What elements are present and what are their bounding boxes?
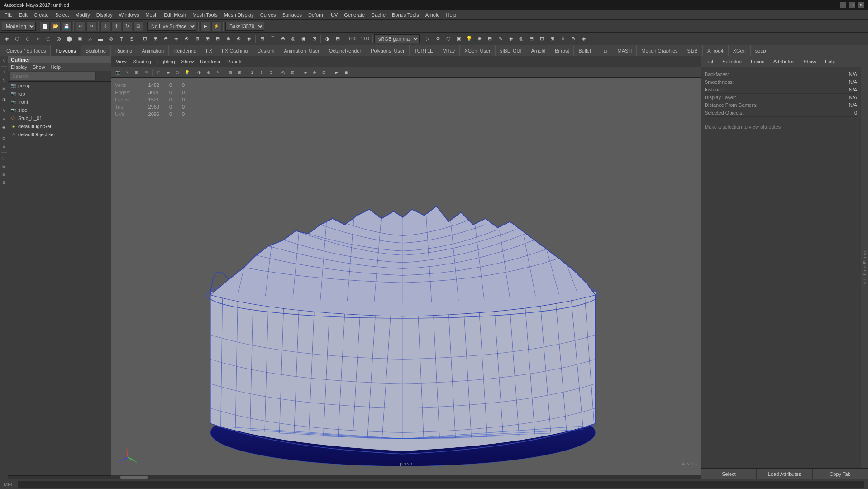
select-component-btn[interactable]: ◇ (23, 34, 33, 44)
snap-live-btn[interactable]: ◉ (299, 34, 309, 44)
outliner-menu-help[interactable]: Help (48, 63, 64, 71)
menu-create[interactable]: Create (31, 11, 52, 19)
vp-dof-btn[interactable]: ⊛ (310, 68, 319, 77)
vp-grid-btn[interactable]: ⊞ (132, 68, 141, 77)
mel-input[interactable] (18, 481, 864, 488)
tab-turtle[interactable]: TURTLE (410, 45, 439, 56)
snap-point-btn[interactable]: ⊕ (278, 34, 288, 44)
poly-fill-btn[interactable]: ⊠ (192, 34, 202, 44)
tab-sibl[interactable]: sIBL_GUI (496, 45, 527, 56)
vp-snap-btn[interactable]: ⌗ (142, 68, 151, 77)
tab-rigging[interactable]: Rigging (111, 45, 137, 56)
bake-btn[interactable]: ⊡ (537, 34, 547, 44)
snap-curve-btn[interactable]: ⌒ (267, 34, 277, 44)
attr-menu-focus[interactable]: Focus (748, 58, 767, 65)
poly-smooth-btn[interactable]: ⊕ (161, 34, 171, 44)
text-btn[interactable]: T (116, 34, 126, 44)
soft-btn[interactable]: ◑ (0, 96, 8, 103)
sym-btn[interactable]: ⊞ (333, 34, 343, 44)
outliner-item-persp[interactable]: 📷 persp (8, 82, 111, 90)
outliner-item-object-set[interactable]: ◇ defaultObjectSet (8, 130, 111, 139)
select-tool-btn[interactable]: ⊹ (100, 21, 110, 31)
render-settings-btn[interactable]: ⚙ (433, 34, 443, 44)
select-object-btn[interactable]: ◈ (2, 34, 12, 44)
vp-ss-btn[interactable]: ⊡ (288, 68, 297, 77)
select-mode-btn[interactable]: ↖ (0, 57, 8, 64)
poly-connect-btn[interactable]: ⊗ (181, 34, 191, 44)
vp-paint-btn[interactable]: ✎ (214, 68, 223, 77)
vp-res3-btn[interactable]: 3 (267, 68, 276, 77)
move-tool-btn[interactable]: ✛ (111, 21, 121, 31)
attr-menu-attributes[interactable]: Attributes (771, 58, 797, 65)
menu-arnold[interactable]: Arnold (423, 11, 443, 19)
paint-weights-btn[interactable]: ⊕ (0, 115, 8, 123)
paint-vertex-btn[interactable]: ◈ (0, 124, 8, 131)
soft-select-btn[interactable]: ◑ (322, 34, 332, 44)
menu-surfaces[interactable]: Surfaces (280, 11, 305, 19)
tab-xgen-user[interactable]: XGen_User (460, 45, 495, 56)
svg-btn[interactable]: S (127, 34, 137, 44)
snap-edge-btn[interactable]: ⊡ (309, 34, 319, 44)
isolate-btn[interactable]: ◎ (516, 34, 526, 44)
maya-render-btn[interactable]: ▷ (423, 34, 433, 44)
sculpt-btn[interactable]: ✎ (0, 107, 8, 115)
channel-btn[interactable]: ⊠ (0, 171, 8, 178)
menu-file[interactable]: File (2, 11, 15, 19)
move-btn[interactable]: ✛ (0, 68, 8, 76)
new-scene-btn[interactable]: 📄 (40, 21, 50, 31)
select-lasso-btn[interactable]: ◌ (43, 34, 53, 44)
outliner-item-stub[interactable]: ⬡ Stub_L_01 (8, 114, 111, 122)
scale-btn[interactable]: ⊞ (0, 85, 8, 92)
menu-mesh-tools[interactable]: Mesh Tools (190, 11, 220, 19)
menu-cache[interactable]: Cache (368, 11, 388, 19)
paint-btn[interactable]: ✎ (496, 34, 506, 44)
uv-editor-btn[interactable]: ⊞ (485, 34, 495, 44)
node-editor-btn[interactable]: ⊕ (475, 34, 485, 44)
minimize-button[interactable]: — (840, 2, 846, 8)
poly-sphere-btn[interactable]: ⬤ (64, 34, 74, 44)
tab-octane[interactable]: OctaneRender (324, 45, 367, 56)
layer-btn[interactable]: ⊞ (0, 163, 8, 170)
menu-help[interactable]: Help (444, 11, 459, 19)
tab-arnold[interactable]: Arnold (526, 45, 550, 56)
outliner-item-light-set[interactable]: ◈ defaultLightSet (8, 122, 111, 130)
viewport-horizontal-scrollbar[interactable] (111, 475, 701, 479)
outliner-item-top[interactable]: 📷 top (8, 90, 111, 98)
show-manipulator-btn[interactable]: ⊡ (0, 135, 8, 142)
poly-bool-btn[interactable]: ⊕ (223, 34, 233, 44)
alembic-btn[interactable]: ⊛ (568, 34, 578, 44)
tab-polygons-user[interactable]: Polygons_User (366, 45, 410, 56)
menu-display[interactable]: Display (94, 11, 115, 19)
select-3d-btn[interactable]: ◎ (54, 34, 64, 44)
poly-bevel-btn[interactable]: ◈ (171, 34, 181, 44)
menu-deform[interactable]: Deform (305, 11, 327, 19)
menu-edit[interactable]: Edit (16, 11, 30, 19)
vp-res2-btn[interactable]: 2 (257, 68, 266, 77)
poly-cylinder-btn[interactable]: ⌭ (85, 34, 95, 44)
maximize-button[interactable]: □ (849, 2, 855, 8)
load-attributes-button[interactable]: Load Attributes (757, 469, 812, 479)
viewport-canvas[interactable]: Verts: 1482 0 0 Edges: 3001 0 0 Faces: 1… (111, 78, 701, 475)
tab-vray[interactable]: VRay (438, 45, 460, 56)
search-input[interactable] (10, 72, 96, 80)
vp-hud-btn[interactable]: ⊞ (235, 68, 244, 77)
attr-menu-selected[interactable]: Selected (720, 58, 744, 65)
display-layer-btn[interactable]: ⊟ (527, 34, 537, 44)
vp-xray-btn[interactable]: ◑ (195, 68, 204, 77)
tab-soup[interactable]: soup (751, 45, 771, 56)
menu-select[interactable]: Select (52, 11, 72, 19)
snap-grid-btn[interactable]: ⊞ (257, 34, 267, 44)
tab-sculpting[interactable]: Sculpting (81, 45, 111, 56)
attr-menu-list[interactable]: List (703, 58, 716, 65)
tab-polygons[interactable]: Polygons (51, 45, 81, 56)
vp-menu-renderer[interactable]: Renderer (197, 58, 224, 65)
poly-separate-btn[interactable]: ⊟ (213, 34, 223, 44)
menu-bonus-tools[interactable]: Bonus Tools (389, 11, 422, 19)
menu-mesh[interactable]: Mesh (143, 11, 160, 19)
vp-ao-btn[interactable]: ◈ (300, 68, 310, 77)
poly-remesh-btn[interactable]: ◈ (244, 34, 254, 44)
vp-isolate-btn[interactable]: ◎ (279, 68, 288, 77)
poly-combine-btn[interactable]: ⊞ (202, 34, 212, 44)
menu-uv[interactable]: UV (328, 11, 340, 19)
vp-menu-lighting[interactable]: Lighting (155, 58, 178, 65)
